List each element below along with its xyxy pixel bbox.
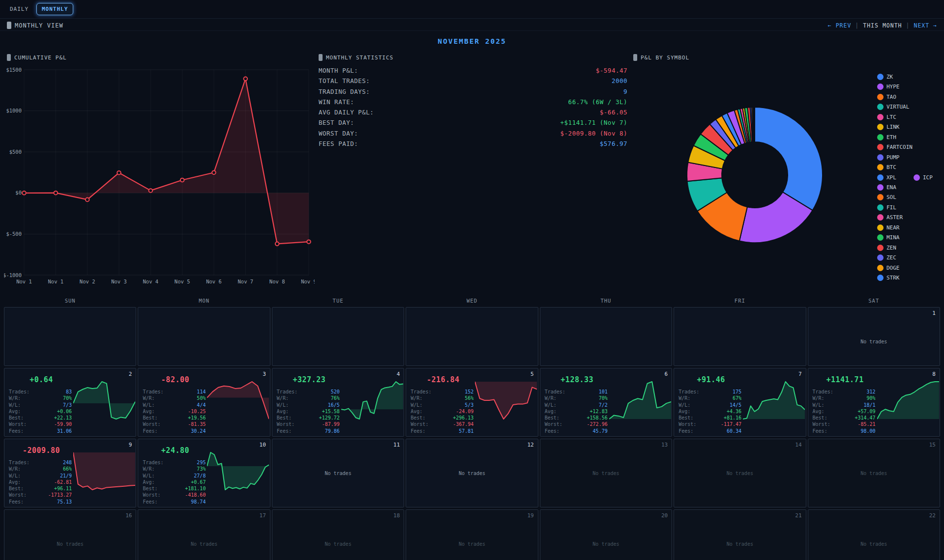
- calendar-day-cell[interactable]: 10+24.80Trades:295W/R:73%W/L:27/8Avg:+0.…: [138, 439, 270, 507]
- day-stat-label: W/R:: [545, 395, 557, 401]
- svg-text:Nov 1: Nov 1: [48, 279, 64, 284]
- day-stat-label: Avg:: [411, 408, 422, 415]
- legend-item-fil[interactable]: FIL: [877, 204, 896, 211]
- day-stat-label: W/L:: [9, 402, 21, 408]
- legend-item-ena[interactable]: ENA: [877, 184, 896, 191]
- calendar-day-cell[interactable]: 14No trades: [674, 439, 806, 507]
- day-stat-value: -10.25: [188, 408, 206, 415]
- day-stat-label: W/R:: [9, 466, 21, 472]
- calendar-day-cell[interactable]: 4+327.23Trades:520W/R:76%W/L:16/5Avg:+15…: [272, 368, 404, 437]
- calendar-day-cell[interactable]: [138, 307, 270, 366]
- day-stat-value: 18/1: [863, 402, 875, 408]
- calendar-day-cell[interactable]: 12No trades: [406, 439, 538, 507]
- day-number: 2: [129, 371, 132, 377]
- legend-color-dot: [877, 204, 884, 211]
- calendar-day-cell[interactable]: 6+128.33Trades:101W/R:70%W/L:7/2Avg:+12.…: [540, 368, 672, 437]
- day-stat-value: 70%: [63, 395, 72, 401]
- day-stat-value: +296.13: [453, 415, 473, 421]
- daily-sparkline: [73, 451, 135, 491]
- legend-label: ASTER: [886, 214, 903, 221]
- day-stat-label: Trades:: [545, 389, 565, 395]
- day-stat-row: W/R:70%: [9, 395, 72, 401]
- legend-item-eth[interactable]: ETH: [877, 134, 896, 140]
- day-stat-label: Fees:: [411, 428, 425, 434]
- legend-item-sol[interactable]: SOL: [877, 194, 896, 200]
- section-square-icon: [319, 54, 323, 61]
- legend-item-zen[interactable]: ZEN: [877, 245, 896, 251]
- calendar-day-cell[interactable]: 8+1141.71Trades:312W/R:90%W/L:18/1Avg:+5…: [808, 368, 940, 437]
- tab-daily[interactable]: DAILY: [10, 6, 29, 12]
- day-stat-label: Worst:: [9, 421, 27, 427]
- legend-item-hype[interactable]: HYPE: [877, 84, 900, 90]
- legend-color-dot: [877, 194, 884, 200]
- legend-label: NEAR: [886, 224, 900, 231]
- weekday-header-wed: WED: [406, 298, 538, 304]
- calendar-day-cell[interactable]: [674, 307, 806, 366]
- legend-item-ltc[interactable]: LTC: [877, 114, 896, 120]
- calendar-day-cell[interactable]: 3-82.00Trades:114W/R:50%W/L:4/4Avg:-10.2…: [138, 368, 270, 437]
- legend-item-mina[interactable]: MINA: [877, 234, 900, 241]
- legend-item-tao[interactable]: TAO: [877, 94, 896, 100]
- calendar-day-cell[interactable]: 2+0.64Trades:83W/R:70%W/L:7/3Avg:+0.06Be…: [4, 368, 136, 437]
- calendar-day-cell[interactable]: [540, 307, 672, 366]
- daily-sparkline: [475, 380, 537, 420]
- donut-slice-zk[interactable]: [755, 107, 823, 210]
- legend-item-link[interactable]: LINK: [877, 124, 900, 130]
- day-stat-label: Avg:: [277, 408, 289, 415]
- legend-item-zk[interactable]: ZK: [877, 74, 893, 80]
- legend-item-doge[interactable]: DOGE: [877, 265, 900, 271]
- prev-month-button[interactable]: ← PREV: [828, 22, 852, 29]
- calendar-day-cell[interactable]: 18No trades: [272, 509, 404, 560]
- section-square-icon: [7, 54, 11, 61]
- calendar-day-cell[interactable]: 19No trades: [406, 509, 538, 560]
- calendar-day-cell[interactable]: 11No trades: [272, 439, 404, 507]
- weekday-header-fri: FRI: [674, 298, 806, 304]
- legend-item-btc[interactable]: BTC: [877, 164, 896, 170]
- calendar-week-row: 16No trades17No trades18No trades19No tr…: [4, 509, 940, 560]
- svg-text:Nov 1: Nov 1: [16, 279, 32, 284]
- legend-item-zec[interactable]: ZEC: [877, 254, 896, 261]
- calendar-day-cell[interactable]: 20No trades: [540, 509, 672, 560]
- day-stat-row: W/L:7/3: [9, 402, 72, 408]
- legend-item-virtual[interactable]: VIRTUAL: [877, 104, 909, 110]
- legend-item-xpl[interactable]: XPL: [877, 174, 896, 181]
- day-stat-value: +57.09: [857, 408, 875, 415]
- calendar-day-cell[interactable]: 5-216.84Trades:152W/R:56%W/L:5/3Avg:-24.…: [406, 368, 538, 437]
- legend-item-strk[interactable]: STRK: [877, 275, 900, 281]
- calendar-day-cell[interactable]: 22No trades: [808, 509, 940, 560]
- day-stat-value: 67%: [733, 395, 741, 401]
- day-pnl-value: +24.80: [138, 446, 212, 455]
- calendar-day-cell[interactable]: 21No trades: [674, 509, 806, 560]
- calendar-day-cell[interactable]: [406, 307, 538, 366]
- legend-item-near[interactable]: NEAR: [877, 224, 900, 231]
- legend-label: STRK: [886, 275, 900, 281]
- day-stat-label: Fees:: [9, 499, 24, 505]
- calendar-day-cell[interactable]: 13No trades: [540, 439, 672, 507]
- calendar-day-cell[interactable]: [4, 307, 136, 366]
- legend-item-fartcoin[interactable]: FARTCOIN: [877, 144, 913, 150]
- day-stat-value: +81.16: [724, 415, 741, 421]
- legend-item-pump[interactable]: PUMP: [877, 154, 900, 161]
- day-stats-block: Trades:295W/R:73%W/L:27/8Avg:+0.67Best:+…: [143, 459, 206, 505]
- day-stat-label: Avg:: [678, 408, 690, 415]
- legend-item-icp[interactable]: ICP: [914, 174, 933, 181]
- tab-monthly[interactable]: MONTHLY: [36, 3, 73, 15]
- day-stat-row: W/R:56%: [411, 395, 473, 401]
- calendar-day-cell[interactable]: 1No trades: [808, 307, 940, 366]
- day-stat-row: Best:+314.47: [813, 415, 876, 421]
- calendar-day-cell[interactable]: 7+91.46Trades:175W/R:67%W/L:14/5Avg:+4.3…: [674, 368, 806, 437]
- donut-slice-icp[interactable]: [754, 107, 755, 142]
- calendar-day-cell[interactable]: 15No trades: [808, 439, 940, 507]
- day-stat-label: Best:: [545, 415, 560, 421]
- calendar-day-cell[interactable]: 17No trades: [138, 509, 270, 560]
- next-month-button[interactable]: NEXT →: [914, 22, 937, 29]
- calendar-day-cell[interactable]: 16No trades: [4, 509, 136, 560]
- calendar-day-cell[interactable]: 9-2009.80Trades:248W/R:66%W/L:21/9Avg:-6…: [4, 439, 136, 507]
- day-stat-label: Best:: [411, 415, 425, 421]
- this-month-button[interactable]: THIS MONTH: [863, 22, 902, 29]
- day-stat-value: -367.94: [453, 421, 473, 427]
- stat-label: FEES PAID:: [319, 140, 358, 150]
- legend-item-aster[interactable]: ASTER: [877, 214, 903, 221]
- day-stat-value: +15.58: [322, 408, 340, 415]
- calendar-day-cell[interactable]: [272, 307, 404, 366]
